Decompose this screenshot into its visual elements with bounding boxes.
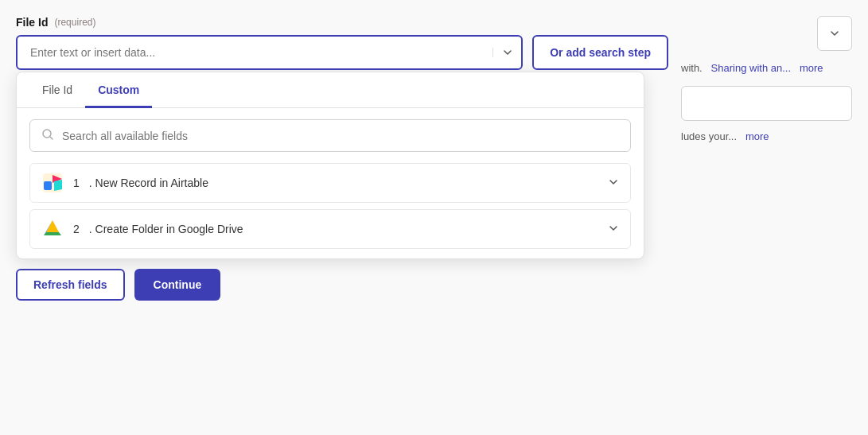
tab-custom[interactable]: Custom [85,72,152,108]
right-text-block-1: with. Sharing with an... more [681,60,852,76]
required-badge: (required) [54,17,95,28]
svg-marker-8 [44,232,61,235]
dropdown-panel: File Id Custom [16,72,644,259]
input-chevron-button[interactable] [492,48,521,57]
list-item-gdrive-label: 2 [73,223,80,235]
right-more-link-2[interactable]: more [745,130,769,142]
list-item-airtable-left: 1 . New Record in Airtable [41,172,208,194]
text-input[interactable] [18,37,492,68]
list-item-airtable[interactable]: 1 . New Record in Airtable [29,163,631,203]
tab-file-id[interactable]: File Id [29,72,85,108]
right-panel: with. Sharing with an... more ludes your… [681,16,852,419]
list-items: 1 . New Record in Airtable [17,163,644,258]
search-input[interactable] [62,130,619,142]
text-input-wrapper[interactable] [16,35,523,70]
list-item-airtable-chevron [608,177,619,190]
right-chevron-button[interactable] [817,16,852,51]
bottom-buttons: Refresh fields Continue [16,269,668,301]
right-text-prefix-1: with. [681,62,703,74]
refresh-fields-button[interactable]: Refresh fields [16,269,125,301]
search-box[interactable] [29,119,631,152]
list-item-airtable-label: 1 [73,177,80,189]
right-link-1[interactable]: Sharing with an... [711,62,791,74]
field-label-text: File Id [16,16,48,29]
list-item-airtable-text: . New Record in Airtable [89,177,208,189]
svg-rect-3 [44,181,52,190]
search-icon [41,128,54,143]
airtable-icon [41,172,64,194]
list-item-gdrive-left: 2 . Create Folder in Google Drive [41,218,243,240]
or-add-search-step-button[interactable]: Or add search step [532,35,668,70]
right-more-link-1[interactable]: more [800,62,823,74]
tabs-row: File Id Custom [17,72,644,108]
list-item-gdrive[interactable]: 2 . Create Folder in Google Drive [29,209,631,249]
search-wrapper [17,108,644,163]
right-text-prefix-2: ludes your... [681,130,737,142]
field-label-row: File Id (required) [16,16,668,29]
continue-button[interactable]: Continue [134,269,221,301]
svg-marker-4 [54,180,62,191]
input-row: Or add search step [16,35,668,70]
right-textarea[interactable] [681,86,852,121]
right-text-block-2: ludes your... more [681,130,852,142]
list-item-gdrive-chevron [608,223,619,236]
gdrive-icon [41,218,64,240]
list-item-gdrive-text: . Create Folder in Google Drive [89,223,243,235]
